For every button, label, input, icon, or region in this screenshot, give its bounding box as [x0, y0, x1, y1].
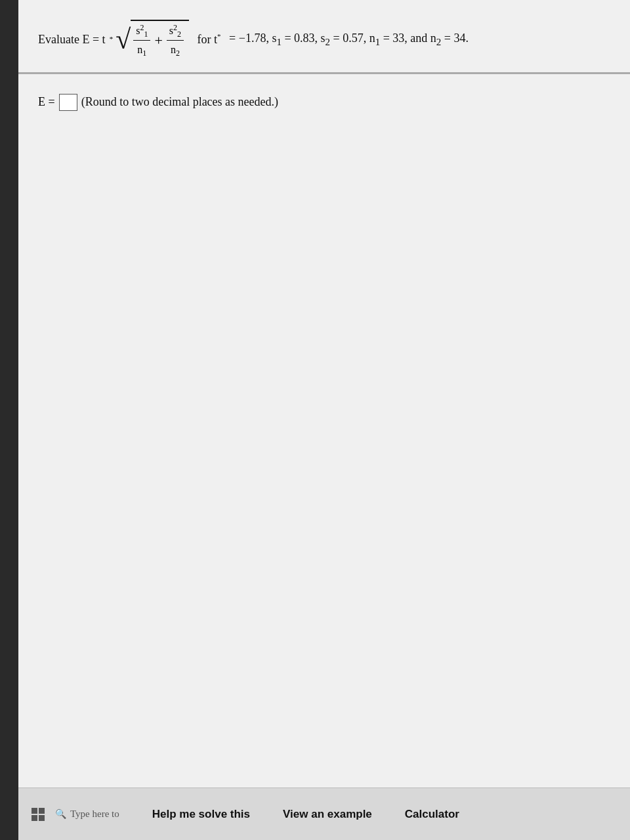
- fraction-s1-numerator: s21: [133, 22, 150, 41]
- s2-sub: 2: [177, 30, 181, 39]
- t-asterisk: *: [217, 32, 221, 40]
- fraction-s2-denominator: n2: [168, 41, 182, 58]
- evaluate-label: Evaluate E = t: [38, 30, 106, 49]
- plus-sign: +: [154, 22, 162, 58]
- fraction-s1: s21 n1: [133, 22, 150, 58]
- answer-hint: (Round to two decimal places as needed.): [81, 95, 278, 109]
- fraction-s1-denominator: n1: [135, 41, 149, 58]
- taskbar-left: 🔍 Type here to: [32, 808, 119, 821]
- main-content: Evaluate E = t* √ s21 n1 + s22 n2: [18, 0, 630, 840]
- search-bar[interactable]: 🔍 Type here to: [55, 808, 119, 820]
- answer-input-box[interactable]: [59, 94, 77, 111]
- answer-label: E =: [38, 95, 55, 109]
- answer-row: E = (Round to two decimal places as need…: [38, 94, 610, 111]
- left-sidebar: [0, 0, 18, 840]
- n1-sub: 1: [142, 49, 146, 58]
- radical-symbol: √: [116, 26, 131, 53]
- conditions-text: = −1.78, s1 = 0.83, s2 = 0.57, n1 = 33, …: [226, 29, 469, 50]
- answer-section: E = (Round to two decimal places as need…: [18, 74, 630, 124]
- search-placeholder: Type here to: [70, 808, 119, 820]
- asterisk-symbol: *: [110, 33, 114, 45]
- problem-row: Evaluate E = t* √ s21 n1 + s22 n2: [38, 20, 610, 59]
- taskbar: 🔍 Type here to Help me solve this View a…: [18, 788, 630, 840]
- search-icon: 🔍: [55, 808, 66, 820]
- problem-section: Evaluate E = t* √ s21 n1 + s22 n2: [18, 0, 630, 73]
- empty-area: [18, 124, 630, 840]
- radical-content: s21 n1 + s22 n2: [131, 20, 189, 59]
- radical-wrapper: √ s21 n1 + s22 n2: [116, 20, 189, 59]
- fraction-s2-numerator: s22: [167, 22, 184, 41]
- view-example-button[interactable]: View an example: [283, 808, 372, 821]
- fraction-s2: s22 n2: [167, 22, 184, 58]
- calculator-button[interactable]: Calculator: [405, 808, 459, 821]
- bottom-buttons: Help me solve this View an example Calcu…: [152, 808, 459, 821]
- help-solve-button[interactable]: Help me solve this: [152, 808, 250, 821]
- for-t-label: for t*: [194, 30, 221, 49]
- windows-icon[interactable]: [32, 808, 45, 821]
- n2-sub: 2: [176, 49, 180, 58]
- s1-sub: 1: [144, 30, 148, 39]
